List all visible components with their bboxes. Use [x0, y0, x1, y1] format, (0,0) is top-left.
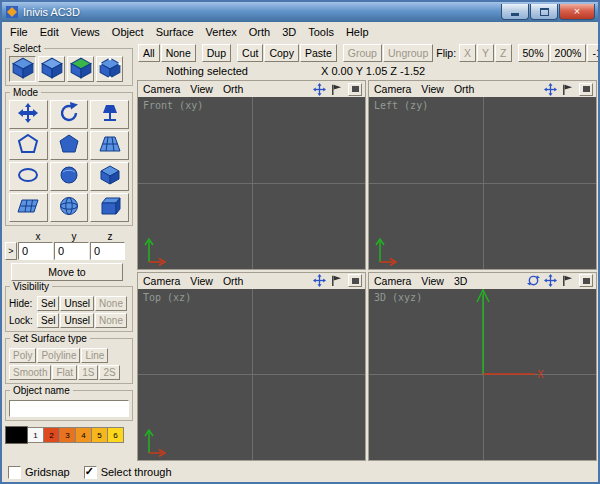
polyline-button[interactable]: Polyline [37, 348, 80, 363]
menu-item-orth[interactable]: Orth [243, 24, 276, 40]
mode-polygon-outline-button[interactable] [9, 131, 48, 160]
flag-icon[interactable] [330, 274, 343, 287]
mode-disc-button[interactable] [50, 162, 89, 191]
3d-menu[interactable]: 3D [449, 274, 472, 288]
viewport-front-canvas[interactable]: Front (xy) [138, 97, 365, 269]
palette-swatch-3[interactable]: 3 [60, 427, 76, 443]
view-menu[interactable]: View [185, 82, 218, 96]
mode-move-button[interactable] [9, 100, 48, 129]
line-button[interactable]: Line [81, 348, 108, 363]
gridsnap-checkbox[interactable]: Gridsnap [8, 466, 70, 479]
palette-swatch-5[interactable]: 5 [92, 427, 108, 443]
menu-item-help[interactable]: Help [340, 24, 375, 40]
select-group-button[interactable] [9, 56, 36, 82]
flip-z-button[interactable]: Z [495, 44, 511, 62]
menu-item-object[interactable]: Object [106, 24, 150, 40]
palette-swatch-4[interactable]: 4 [76, 427, 92, 443]
copy-button[interactable]: Copy [264, 44, 299, 62]
camera-menu[interactable]: Camera [138, 82, 185, 96]
menu-item-surface[interactable]: Surface [150, 24, 200, 40]
select-through-checkbox-box[interactable] [84, 466, 97, 479]
palette-swatch-6[interactable]: 6 [108, 427, 124, 443]
coords-apply-button[interactable]: > [5, 242, 17, 260]
view-menu[interactable]: View [416, 274, 449, 288]
hide-none-button[interactable]: None [95, 296, 127, 311]
palette-swatch-1[interactable]: 1 [28, 427, 44, 443]
pan-icon[interactable] [544, 83, 557, 96]
maximize-button[interactable] [530, 4, 558, 20]
hide-unsel-button[interactable]: Unsel [60, 296, 94, 311]
cut-button[interactable]: Cut [237, 44, 263, 62]
select-through-checkbox[interactable]: Select through [84, 466, 172, 479]
flag-icon[interactable] [561, 274, 574, 287]
lock-unsel-button[interactable]: Unsel [60, 313, 94, 328]
menu-item-edit[interactable]: Edit [34, 24, 65, 40]
paste-button[interactable]: Paste [300, 44, 337, 62]
one-sided-button[interactable]: 1S [78, 365, 98, 380]
pan-icon[interactable] [313, 274, 326, 287]
close-button[interactable]: × [559, 4, 595, 20]
viewport-top-canvas[interactable]: Top (xz) [138, 289, 365, 461]
orth-menu[interactable]: Orth [218, 82, 248, 96]
group-button[interactable]: Group [343, 44, 382, 62]
zoom-200-button[interactable]: 200% [550, 44, 587, 62]
gridsnap-checkbox-box[interactable] [8, 466, 21, 479]
select-vertex-button[interactable] [96, 56, 123, 82]
minimize-button[interactable] [501, 4, 529, 20]
viewport-left-canvas[interactable]: Left (zy) [369, 97, 596, 269]
mode-polygon-button[interactable] [50, 131, 89, 160]
palette-swatch-2[interactable]: 2 [44, 427, 60, 443]
lock-none-button[interactable]: None [95, 313, 127, 328]
menu-item-file[interactable]: File [4, 24, 34, 40]
select-all-button[interactable]: All [138, 44, 160, 62]
coord-z-input[interactable] [90, 242, 125, 260]
object-name-input[interactable] [9, 400, 129, 417]
duplicate-button[interactable]: Dup [202, 44, 231, 62]
viewport-menu-button[interactable] [579, 274, 593, 287]
mode-box-button[interactable] [90, 193, 129, 222]
camera-menu[interactable]: Camera [138, 274, 185, 288]
flip-y-button[interactable]: Y [477, 44, 494, 62]
orth-menu[interactable]: Orth [218, 274, 248, 288]
viewport-menu-button[interactable] [348, 274, 362, 287]
viewport-3d-canvas[interactable]: 3D (xyz) X [369, 289, 596, 461]
camera-menu[interactable]: Camera [369, 82, 416, 96]
flag-icon[interactable] [561, 83, 574, 96]
viewport-menu-button[interactable] [579, 83, 593, 96]
move-to-button[interactable]: Move to [11, 263, 123, 281]
mode-rotate-button[interactable] [50, 100, 89, 129]
mode-ellipse-button[interactable] [9, 162, 48, 191]
select-none-button[interactable]: None [161, 44, 196, 62]
two-sided-button[interactable]: 2S [99, 365, 119, 380]
hide-sel-button[interactable]: Sel [37, 296, 59, 311]
select-object-button[interactable] [38, 56, 65, 82]
lock-sel-button[interactable]: Sel [37, 313, 59, 328]
palette-current-color[interactable] [5, 426, 28, 444]
mode-lamp-button[interactable] [90, 100, 129, 129]
view-menu[interactable]: View [416, 82, 449, 96]
menu-item-tools[interactable]: Tools [302, 24, 340, 40]
mode-grid-button[interactable] [9, 193, 48, 222]
flip-x-button[interactable]: X [459, 44, 476, 62]
mode-trapezoid-button[interactable] [90, 131, 129, 160]
orth-menu[interactable]: Orth [449, 82, 479, 96]
smooth-button[interactable]: Smooth [9, 365, 51, 380]
menu-item-vertex[interactable]: Vertex [200, 24, 243, 40]
select-surface-button[interactable] [67, 56, 94, 82]
flat-button[interactable]: Flat [52, 365, 77, 380]
orbit-icon[interactable] [527, 274, 540, 287]
zoom-minus10-button[interactable]: -10% [587, 44, 600, 62]
coord-x-input[interactable] [18, 242, 53, 260]
viewport-menu-button[interactable] [348, 83, 362, 96]
menu-item-views[interactable]: Views [65, 24, 106, 40]
mode-sphere-button[interactable] [50, 193, 89, 222]
camera-menu[interactable]: Camera [369, 274, 416, 288]
poly-button[interactable]: Poly [9, 348, 36, 363]
mode-cube-button[interactable] [90, 162, 129, 191]
flag-icon[interactable] [330, 83, 343, 96]
titlebar[interactable]: Inivis AC3D × [2, 2, 598, 22]
pan-icon[interactable] [313, 83, 326, 96]
pan-icon[interactable] [544, 274, 557, 287]
menu-item-3d[interactable]: 3D [276, 24, 302, 40]
coord-y-input[interactable] [54, 242, 89, 260]
